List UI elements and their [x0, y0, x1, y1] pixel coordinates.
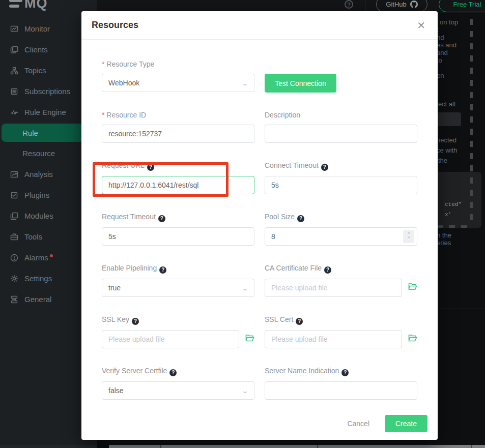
server-name-indication-field: Server Name Indication?: [265, 367, 417, 400]
resource-id-label: Resource ID: [102, 111, 254, 120]
sidebar-item-rule[interactable]: Rule: [2, 124, 83, 142]
scrollbar-divider: [160, 445, 161, 448]
request-url-input[interactable]: [102, 176, 254, 194]
ssl-cert-input[interactable]: [265, 330, 402, 348]
plugins-icon: [10, 191, 18, 199]
resource-type-label: Resource Type: [102, 60, 254, 69]
emqx-logo-text: MQ: [24, 0, 48, 11]
sidebar-item-label: Topics: [24, 66, 46, 75]
bottom-scrollbar: [0, 445, 485, 448]
folder-upload-icon[interactable]: [408, 334, 417, 344]
question-help-icon[interactable]: ?: [169, 369, 177, 376]
folder-upload-icon[interactable]: [408, 283, 417, 293]
question-help-icon[interactable]: ?: [324, 266, 331, 274]
ca-certificate-file-field: CA Certificate File?: [265, 264, 417, 297]
sidebar-item-label: Settings: [24, 274, 52, 283]
verify-server-certfile-value: false: [108, 386, 124, 395]
connect-timeout-input[interactable]: [265, 176, 417, 194]
stepper-down-icon[interactable]: ˇ: [408, 236, 410, 241]
question-help-icon[interactable]: ?: [341, 369, 349, 376]
horizontal-scrollbar-thumb[interactable]: [109, 445, 485, 448]
question-help-icon[interactable]: ?: [158, 215, 165, 222]
connect-timeout-label: Connect Timeout?: [265, 161, 417, 171]
bg-text-fragment: the: [438, 157, 447, 164]
sidebar-item-label: Tools: [24, 232, 42, 241]
pool-size-input[interactable]: [265, 227, 417, 246]
description-field: Description: [265, 111, 417, 143]
enable-pipelining-value: true: [108, 284, 121, 292]
close-icon[interactable]: ✕: [415, 18, 427, 33]
scrollbar-divider: [317, 445, 318, 448]
bg-text-fragment: n the: [437, 231, 451, 239]
verify-server-certfile-label: Verify Server Certfile?: [102, 367, 254, 376]
question-help-icon[interactable]: ?: [297, 215, 304, 222]
dimmed-background-content: on top t nd es and and to en lect all ne…: [437, 13, 485, 445]
resource-type-value: WebHook: [108, 79, 139, 87]
enable-pipelining-label: Enable Pipelining?: [102, 264, 254, 274]
sidebar-item-label: General: [24, 295, 51, 304]
resources-modal: Resources ✕ Resource Type WebHook ⌄ Test…: [81, 11, 438, 440]
modal-title: Resources: [92, 20, 138, 31]
folder-upload-icon[interactable]: [245, 334, 254, 344]
ssl-cert-field: SSL Cert?: [265, 315, 417, 348]
bottom-strip-sidebar-segment: [0, 445, 97, 448]
request-url-label: Request URL?: [102, 161, 254, 171]
analysis-icon: [10, 170, 18, 178]
enable-pipelining-select[interactable]: true ⌄: [102, 279, 254, 297]
verify-server-certfile-select[interactable]: false ⌄: [102, 381, 254, 400]
bg-text-fragment: ce with: [437, 146, 457, 154]
sidebar-item-label: Clients: [24, 45, 48, 54]
cancel-button[interactable]: Cancel: [347, 420, 369, 428]
bg-text-fragment: en: [437, 72, 444, 79]
request-timeout-input[interactable]: [102, 227, 254, 246]
description-input[interactable]: [265, 125, 417, 143]
modules-icon: [10, 212, 18, 220]
emqx-logo[interactable]: MQ: [0, 0, 97, 11]
chevron-down-icon: ⌄: [241, 79, 249, 87]
modal-footer: Cancel Create: [81, 407, 438, 440]
bg-dashed-border-horizontal: [437, 225, 473, 228]
free-trial-button[interactable]: Free Trial: [439, 0, 485, 12]
free-trial-label: Free Trial: [453, 1, 481, 8]
enable-pipelining-field: Enable Pipelining? true ⌄: [102, 264, 254, 297]
monitor-icon: [10, 25, 18, 33]
bg-text-fragment: eries: [437, 239, 451, 247]
ca-certificate-file-input[interactable]: [265, 279, 402, 297]
question-help-icon[interactable]: ?: [147, 164, 154, 171]
scrollbar-divider: [471, 445, 472, 448]
ssl-key-field: SSL Key?: [102, 315, 254, 348]
server-name-indication-input[interactable]: [265, 381, 417, 400]
quantity-stepper[interactable]: ˆˇ: [403, 230, 414, 243]
bg-code-fragment: x': [445, 212, 451, 218]
general-icon: [10, 295, 18, 304]
resource-type-select[interactable]: WebHook ⌄: [102, 74, 254, 92]
alarms-icon: [10, 254, 18, 262]
question-help-icon[interactable]: ?: [321, 164, 328, 171]
request-url-field: Request URL?: [102, 161, 254, 194]
test-connection-button[interactable]: Test Connection: [265, 74, 336, 93]
bg-text-fragment: es and: [437, 41, 457, 49]
ssl-key-input[interactable]: [102, 330, 239, 348]
question-help-icon[interactable]: ?: [159, 266, 166, 274]
question-help-icon[interactable]: ?: [132, 318, 139, 325]
bg-text-fragment: and: [437, 49, 448, 56]
resource-id-input[interactable]: [102, 125, 254, 143]
sidebar-item-label: Alarms: [24, 253, 48, 262]
bg-text-fragment: on top: [440, 18, 458, 26]
gear-icon: [10, 275, 18, 283]
rule-engine-icon: [10, 108, 18, 116]
create-button[interactable]: Create: [385, 415, 427, 432]
bg-code-block: cted" x': [434, 172, 481, 228]
tools-icon: [10, 233, 18, 241]
ssl-cert-label: SSL Cert?: [265, 315, 417, 325]
sidebar-item-label: Plugins: [24, 191, 49, 199]
server-name-indication-label: Server Name Indication?: [265, 367, 417, 376]
question-help-icon[interactable]: ?: [296, 318, 303, 325]
pool-size-label: Pool Size?: [265, 213, 417, 222]
chevron-down-icon: ⌄: [241, 387, 249, 395]
resource-id-field: Resource ID: [102, 111, 254, 143]
description-label: Description: [265, 111, 417, 120]
help-icon[interactable]: ?: [345, 0, 353, 9]
github-button[interactable]: GitHub: [376, 0, 427, 12]
bottom-strip-gap: [97, 445, 109, 448]
